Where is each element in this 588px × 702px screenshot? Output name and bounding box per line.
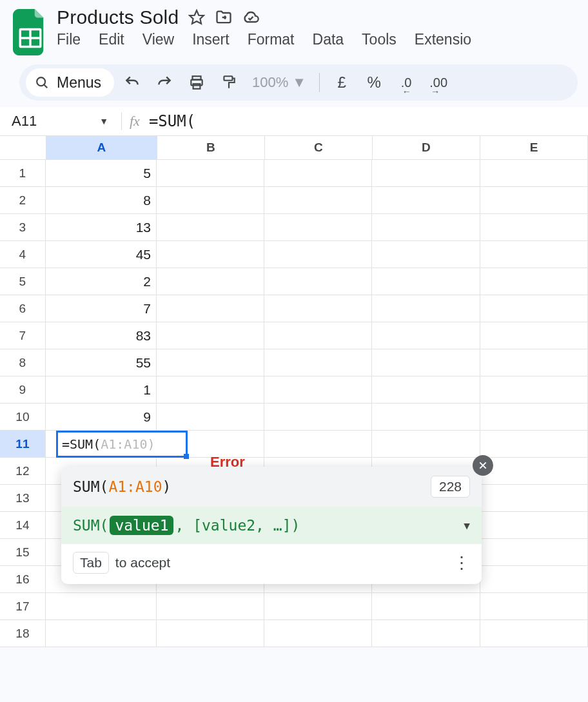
menus-search-chip[interactable]: Menus — [26, 68, 114, 97]
print-button[interactable] — [182, 68, 211, 97]
redo-button[interactable] — [150, 68, 179, 97]
row-header[interactable]: 8 — [0, 349, 46, 376]
cell-D18[interactable] — [372, 620, 480, 647]
cell-A2[interactable]: 8 — [46, 187, 157, 214]
row-header[interactable]: 13 — [0, 485, 46, 512]
cell-B3[interactable] — [157, 214, 264, 241]
cell-E7[interactable] — [480, 322, 588, 349]
cell-E12[interactable] — [480, 458, 588, 485]
cell-A3[interactable]: 13 — [46, 214, 157, 241]
cell-E18[interactable] — [480, 620, 588, 647]
cell-B2[interactable] — [157, 187, 264, 214]
cell-B10[interactable] — [157, 404, 264, 431]
column-header-B[interactable]: B — [157, 136, 265, 159]
cell-B4[interactable] — [157, 241, 264, 268]
cell-C17[interactable] — [264, 593, 372, 620]
cell-D5[interactable] — [372, 268, 480, 295]
cell-C1[interactable] — [264, 160, 372, 187]
row-header[interactable]: 6 — [0, 295, 46, 322]
menu-format[interactable]: Format — [248, 31, 295, 48]
cell-A6[interactable]: 7 — [46, 295, 157, 322]
move-folder-icon[interactable] — [215, 8, 233, 26]
autocomplete-suggestion[interactable]: SUM(A1:A10) 228 — [61, 467, 482, 507]
paint-format-button[interactable] — [215, 68, 243, 97]
cell-D9[interactable] — [372, 376, 480, 404]
cell-B1[interactable] — [157, 160, 264, 187]
row-header[interactable]: 18 — [0, 620, 46, 647]
cell-D7[interactable] — [372, 322, 480, 349]
cell-B17[interactable] — [157, 593, 264, 620]
currency-button[interactable]: £ — [328, 68, 356, 97]
row-header[interactable]: 12 — [0, 458, 46, 485]
row-header[interactable]: 4 — [0, 241, 46, 268]
cell-C2[interactable] — [264, 187, 372, 214]
cell-C9[interactable] — [264, 376, 372, 404]
name-box[interactable]: A11 ▼ — [12, 113, 121, 130]
undo-button[interactable] — [118, 68, 146, 97]
menu-data[interactable]: Data — [313, 31, 344, 48]
select-all-corner[interactable] — [0, 136, 46, 159]
doc-title[interactable]: Products Sold — [57, 6, 179, 28]
close-popup-button[interactable] — [473, 455, 493, 476]
cell-C8[interactable] — [264, 349, 372, 376]
cell-A8[interactable]: 55 — [46, 349, 157, 376]
menu-edit[interactable]: Edit — [99, 31, 124, 48]
cell-B6[interactable] — [157, 295, 264, 322]
cell-D8[interactable] — [372, 349, 480, 376]
row-header[interactable]: 5 — [0, 268, 46, 295]
cell-C4[interactable] — [264, 241, 372, 268]
cell-E3[interactable] — [480, 214, 588, 241]
row-header[interactable]: 10 — [0, 404, 46, 431]
cell-A10[interactable]: 9 — [46, 404, 157, 431]
row-header[interactable]: 15 — [0, 539, 46, 566]
cell-E5[interactable] — [480, 268, 588, 295]
cell-C18[interactable] — [264, 620, 372, 647]
column-header-C[interactable]: C — [265, 136, 373, 159]
cell-E14[interactable] — [480, 512, 588, 539]
cell-A18[interactable] — [46, 620, 157, 647]
cell-A1[interactable]: 5 — [46, 160, 157, 187]
chevron-down-icon[interactable]: ▼ — [464, 520, 470, 532]
cell-D4[interactable] — [372, 241, 480, 268]
cell-B5[interactable] — [157, 268, 264, 295]
more-options-button[interactable]: ⋮ — [453, 553, 470, 573]
menu-tools[interactable]: Tools — [362, 31, 397, 48]
formula-bar-input[interactable]: =SUM( — [149, 112, 195, 130]
cell-A9[interactable]: 1 — [46, 376, 157, 404]
row-header[interactable]: 17 — [0, 593, 46, 620]
row-header[interactable]: 14 — [0, 512, 46, 539]
fill-handle[interactable] — [184, 454, 189, 459]
cell-E16[interactable] — [480, 566, 588, 593]
cell-E11[interactable] — [480, 431, 588, 458]
cell-E15[interactable] — [480, 539, 588, 566]
cell-B7[interactable] — [157, 322, 264, 349]
editing-cell-A11[interactable]: =SUM(A1:A10) — [56, 431, 188, 458]
cell-D11[interactable] — [372, 431, 480, 458]
cell-E8[interactable] — [480, 349, 588, 376]
cell-C7[interactable] — [264, 322, 372, 349]
cell-E4[interactable] — [480, 241, 588, 268]
cell-B8[interactable] — [157, 349, 264, 376]
row-header[interactable]: 3 — [0, 214, 46, 241]
increase-decimal-button[interactable]: .00 → — [424, 68, 453, 97]
cell-A5[interactable]: 2 — [46, 268, 157, 295]
cell-E10[interactable] — [480, 404, 588, 431]
column-header-D[interactable]: D — [373, 136, 480, 159]
cell-D6[interactable] — [372, 295, 480, 322]
cell-E9[interactable] — [480, 376, 588, 404]
menu-extensions[interactable]: Extensio — [415, 31, 471, 48]
cell-D2[interactable] — [372, 187, 480, 214]
cell-E17[interactable] — [480, 593, 588, 620]
cell-A4[interactable]: 45 — [46, 241, 157, 268]
row-header[interactable]: 9 — [0, 376, 46, 404]
cell-C6[interactable] — [264, 295, 372, 322]
cell-B18[interactable] — [157, 620, 264, 647]
column-header-E[interactable]: E — [480, 136, 588, 159]
cell-D17[interactable] — [372, 593, 480, 620]
function-signature-row[interactable]: SUM(value1, [value2, …]) ▼ — [61, 507, 482, 544]
menu-view[interactable]: View — [142, 31, 174, 48]
row-header[interactable]: 16 — [0, 566, 46, 593]
row-header[interactable]: 2 — [0, 187, 46, 214]
cell-C11[interactable] — [264, 431, 372, 458]
cell-A7[interactable]: 83 — [46, 322, 157, 349]
